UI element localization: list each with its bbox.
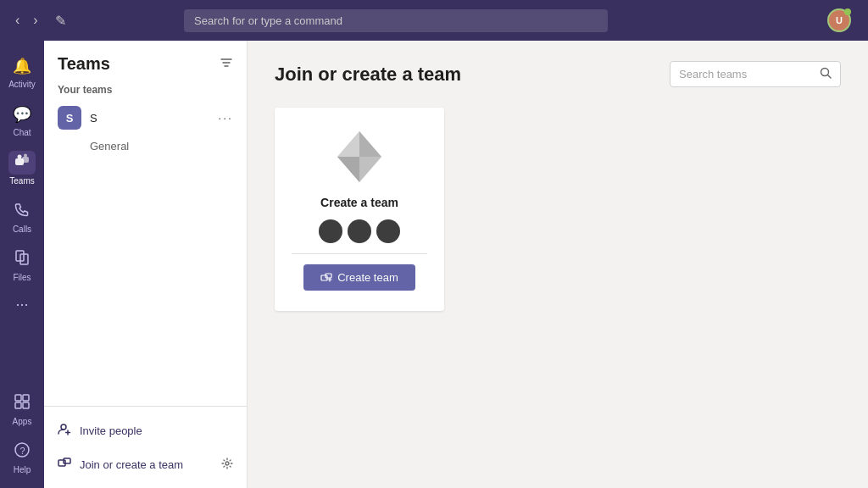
edit-button[interactable]: ✎ bbox=[50, 9, 71, 32]
svg-marker-19 bbox=[359, 131, 381, 157]
help-label: Help bbox=[14, 465, 31, 474]
svg-line-17 bbox=[828, 75, 832, 79]
apps-label: Apps bbox=[13, 417, 32, 426]
svg-rect-7 bbox=[23, 395, 29, 401]
svg-marker-20 bbox=[337, 131, 359, 157]
main-content: Join or create a team bbox=[248, 41, 868, 488]
files-label: Files bbox=[13, 273, 31, 282]
chat-label: Chat bbox=[13, 128, 31, 137]
invite-label: Invite people bbox=[80, 424, 142, 437]
svg-rect-6 bbox=[15, 395, 21, 401]
svg-point-15 bbox=[225, 462, 229, 465]
mini-avatar-2 bbox=[348, 219, 371, 243]
back-button[interactable]: ‹ bbox=[10, 9, 25, 31]
forward-button[interactable]: › bbox=[28, 9, 42, 31]
create-team-button[interactable]: Create team bbox=[303, 264, 415, 291]
svg-point-3 bbox=[24, 153, 27, 157]
svg-rect-14 bbox=[64, 458, 70, 463]
your-teams-label: Your teams bbox=[44, 80, 247, 99]
svg-rect-1 bbox=[22, 157, 29, 163]
filter-button[interactable] bbox=[220, 56, 233, 73]
channel-name: General bbox=[90, 140, 129, 152]
sidebar-item-apps[interactable]: Apps bbox=[0, 385, 44, 433]
topbar: ‹ › ✎ U bbox=[0, 0, 868, 41]
calls-icon bbox=[14, 201, 31, 222]
mini-avatar-1 bbox=[319, 219, 342, 243]
svg-text:?: ? bbox=[20, 446, 25, 456]
join-label: Join or create a team bbox=[80, 458, 183, 471]
command-search-input[interactable] bbox=[184, 9, 608, 32]
team-name: S bbox=[90, 112, 209, 125]
card-illustration bbox=[331, 128, 388, 186]
files-icon bbox=[14, 249, 31, 270]
sidebar-item-files[interactable]: Files bbox=[0, 241, 44, 289]
activity-icon: 🔔 bbox=[13, 57, 31, 75]
sidebar-header: Teams bbox=[44, 41, 247, 80]
sidebar-footer: Invite people Join or create a team bbox=[44, 406, 247, 488]
teams-icon bbox=[14, 152, 31, 174]
card-avatars bbox=[319, 219, 400, 243]
invite-people-item[interactable]: Invite people bbox=[44, 413, 247, 447]
activity-label: Activity bbox=[8, 80, 36, 89]
rail-bottom: Apps ? Help bbox=[0, 385, 44, 488]
team-row[interactable]: S S ··· bbox=[44, 99, 247, 136]
create-team-icon bbox=[320, 272, 332, 284]
svg-rect-9 bbox=[23, 402, 29, 408]
team-avatar: S bbox=[58, 106, 81, 130]
teams-label: Teams bbox=[9, 176, 34, 186]
create-team-button-label: Create team bbox=[337, 271, 398, 284]
sidebar-item-teams[interactable]: Teams bbox=[0, 144, 44, 192]
content-header: Join or create a team bbox=[275, 61, 841, 87]
presence-badge bbox=[844, 8, 851, 15]
settings-button[interactable] bbox=[221, 458, 233, 472]
help-icon: ? bbox=[14, 441, 31, 463]
avatar-initials: U bbox=[836, 15, 843, 25]
sidebar: Teams Your teams S S ··· General bbox=[44, 41, 248, 488]
team-more-button[interactable]: ··· bbox=[218, 111, 233, 125]
sidebar-title: Teams bbox=[58, 54, 110, 74]
svg-point-12 bbox=[61, 424, 66, 430]
channel-row[interactable]: General bbox=[44, 136, 247, 156]
svg-marker-21 bbox=[359, 157, 381, 182]
join-icon bbox=[58, 456, 71, 473]
page-title: Join or create a team bbox=[275, 64, 461, 86]
sidebar-item-activity[interactable]: 🔔 Activity bbox=[0, 47, 44, 96]
left-rail: 🔔 Activity 💬 Chat Teams bbox=[0, 41, 44, 488]
apps-icon bbox=[14, 393, 31, 414]
svg-rect-8 bbox=[15, 402, 21, 408]
calls-label: Calls bbox=[13, 225, 31, 234]
create-team-card: Create a team Create team bbox=[275, 108, 444, 311]
sidebar-item-chat[interactable]: 💬 Chat bbox=[0, 96, 44, 144]
svg-point-2 bbox=[18, 154, 22, 158]
more-apps-button[interactable]: ··· bbox=[15, 296, 28, 313]
card-divider bbox=[292, 253, 427, 254]
create-team-title: Create a team bbox=[320, 196, 398, 209]
sidebar-item-calls[interactable]: Calls bbox=[0, 192, 44, 241]
nav-buttons: ‹ › bbox=[10, 9, 43, 31]
search-icon bbox=[820, 67, 832, 81]
search-teams-wrap bbox=[670, 61, 841, 87]
invite-icon bbox=[58, 422, 71, 439]
cards-area: Create a team Create team bbox=[275, 108, 841, 311]
svg-marker-22 bbox=[337, 157, 359, 182]
main-area: 🔔 Activity 💬 Chat Teams bbox=[0, 41, 868, 488]
chat-icon: 💬 bbox=[13, 105, 31, 124]
mini-avatar-3 bbox=[376, 219, 400, 243]
sidebar-item-help[interactable]: ? Help bbox=[0, 433, 44, 481]
search-teams-input[interactable] bbox=[679, 68, 815, 80]
join-create-item[interactable]: Join or create a team bbox=[44, 447, 247, 481]
